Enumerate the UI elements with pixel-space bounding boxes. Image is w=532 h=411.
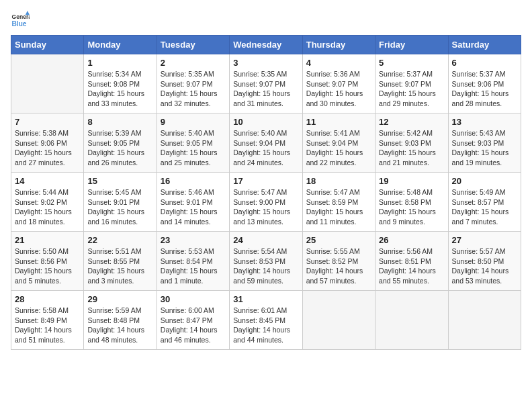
- day-info: Sunrise: 5:39 AM Sunset: 9:05 PM Dayligh…: [87, 128, 152, 168]
- day-info: Sunrise: 5:53 AM Sunset: 8:54 PM Dayligh…: [161, 246, 226, 286]
- day-number: 1: [87, 58, 152, 68]
- day-info: Sunrise: 6:00 AM Sunset: 8:47 PM Dayligh…: [161, 306, 226, 345]
- calendar-cell: 4Sunrise: 5:36 AM Sunset: 9:07 PM Daylig…: [302, 54, 375, 113]
- calendar-cell: 27Sunrise: 5:57 AM Sunset: 8:50 PM Dayli…: [448, 232, 521, 291]
- day-info: Sunrise: 5:54 AM Sunset: 8:53 PM Dayligh…: [233, 246, 298, 286]
- logo-icon: General Blue: [11, 11, 30, 30]
- day-number: 19: [379, 176, 444, 186]
- day-info: Sunrise: 5:44 AM Sunset: 9:02 PM Dayligh…: [15, 187, 80, 227]
- page-header: General Blue: [11, 11, 521, 30]
- week-row-1: 1Sunrise: 5:34 AM Sunset: 9:08 PM Daylig…: [11, 54, 521, 113]
- calendar-cell: 26Sunrise: 5:56 AM Sunset: 8:51 PM Dayli…: [375, 232, 448, 291]
- day-info: Sunrise: 6:01 AM Sunset: 8:45 PM Dayligh…: [233, 306, 298, 345]
- weekday-header-tuesday: Tuesday: [157, 36, 229, 54]
- day-info: Sunrise: 5:35 AM Sunset: 9:07 PM Dayligh…: [161, 69, 226, 109]
- day-info: Sunrise: 5:50 AM Sunset: 8:56 PM Dayligh…: [15, 246, 80, 286]
- calendar-cell: 16Sunrise: 5:46 AM Sunset: 9:01 PM Dayli…: [157, 173, 229, 232]
- day-number: 8: [87, 117, 152, 127]
- calendar-cell: 21Sunrise: 5:50 AM Sunset: 8:56 PM Dayli…: [11, 232, 84, 291]
- calendar-cell: 30Sunrise: 6:00 AM Sunset: 8:47 PM Dayli…: [157, 291, 229, 350]
- day-number: 23: [161, 235, 226, 245]
- day-info: Sunrise: 5:35 AM Sunset: 9:07 PM Dayligh…: [233, 69, 298, 109]
- weekday-header-row: SundayMondayTuesdayWednesdayThursdayFrid…: [11, 36, 521, 54]
- calendar-cell: 29Sunrise: 5:59 AM Sunset: 8:48 PM Dayli…: [84, 291, 157, 350]
- calendar-cell: 3Sunrise: 5:35 AM Sunset: 9:07 PM Daylig…: [230, 54, 302, 113]
- day-info: Sunrise: 5:46 AM Sunset: 9:01 PM Dayligh…: [161, 187, 226, 227]
- weekday-header-saturday: Saturday: [448, 36, 521, 54]
- day-number: 20: [452, 176, 517, 186]
- day-number: 7: [15, 117, 80, 127]
- day-info: Sunrise: 5:37 AM Sunset: 9:07 PM Dayligh…: [379, 69, 444, 109]
- weekday-header-wednesday: Wednesday: [230, 36, 302, 54]
- week-row-3: 14Sunrise: 5:44 AM Sunset: 9:02 PM Dayli…: [11, 173, 521, 232]
- day-number: 30: [161, 294, 226, 304]
- day-number: 17: [233, 176, 298, 186]
- calendar-cell: 5Sunrise: 5:37 AM Sunset: 9:07 PM Daylig…: [375, 54, 448, 113]
- day-number: 18: [306, 176, 371, 186]
- calendar-cell: 12Sunrise: 5:42 AM Sunset: 9:03 PM Dayli…: [375, 113, 448, 173]
- day-info: Sunrise: 5:38 AM Sunset: 9:06 PM Dayligh…: [15, 128, 80, 168]
- day-info: Sunrise: 5:40 AM Sunset: 9:04 PM Dayligh…: [233, 128, 298, 168]
- svg-text:Blue: Blue: [12, 20, 27, 28]
- calendar-cell: 15Sunrise: 5:45 AM Sunset: 9:01 PM Dayli…: [84, 173, 157, 232]
- day-info: Sunrise: 5:36 AM Sunset: 9:07 PM Dayligh…: [306, 69, 371, 109]
- day-number: 24: [233, 235, 298, 245]
- day-info: Sunrise: 5:59 AM Sunset: 8:48 PM Dayligh…: [87, 306, 152, 345]
- day-info: Sunrise: 5:34 AM Sunset: 9:08 PM Dayligh…: [87, 69, 152, 109]
- day-number: 16: [161, 176, 226, 186]
- calendar-table: SundayMondayTuesdayWednesdayThursdayFrid…: [11, 35, 521, 350]
- day-info: Sunrise: 5:55 AM Sunset: 8:52 PM Dayligh…: [306, 246, 371, 286]
- calendar-cell: 23Sunrise: 5:53 AM Sunset: 8:54 PM Dayli…: [157, 232, 229, 291]
- day-number: 31: [233, 294, 298, 304]
- weekday-header-thursday: Thursday: [302, 36, 375, 54]
- day-info: Sunrise: 5:47 AM Sunset: 9:00 PM Dayligh…: [233, 187, 298, 227]
- day-info: Sunrise: 5:56 AM Sunset: 8:51 PM Dayligh…: [379, 246, 444, 286]
- weekday-header-sunday: Sunday: [11, 36, 84, 54]
- day-number: 25: [306, 235, 371, 245]
- calendar-cell: 2Sunrise: 5:35 AM Sunset: 9:07 PM Daylig…: [157, 54, 229, 113]
- calendar-cell: 13Sunrise: 5:43 AM Sunset: 9:03 PM Dayli…: [448, 113, 521, 173]
- day-info: Sunrise: 5:42 AM Sunset: 9:03 PM Dayligh…: [379, 128, 444, 168]
- weekday-header-monday: Monday: [84, 36, 157, 54]
- calendar-cell: 28Sunrise: 5:58 AM Sunset: 8:49 PM Dayli…: [11, 291, 84, 350]
- calendar-cell: 18Sunrise: 5:47 AM Sunset: 8:59 PM Dayli…: [302, 173, 375, 232]
- day-number: 10: [233, 117, 298, 127]
- calendar-cell: 14Sunrise: 5:44 AM Sunset: 9:02 PM Dayli…: [11, 173, 84, 232]
- day-info: Sunrise: 5:49 AM Sunset: 8:57 PM Dayligh…: [452, 187, 517, 227]
- day-info: Sunrise: 5:41 AM Sunset: 9:04 PM Dayligh…: [306, 128, 371, 168]
- day-number: 2: [161, 58, 226, 68]
- day-info: Sunrise: 5:48 AM Sunset: 8:58 PM Dayligh…: [379, 187, 444, 227]
- calendar-cell: 7Sunrise: 5:38 AM Sunset: 9:06 PM Daylig…: [11, 113, 84, 173]
- day-number: 28: [15, 294, 80, 304]
- day-number: 5: [379, 58, 444, 68]
- calendar-cell: 9Sunrise: 5:40 AM Sunset: 9:05 PM Daylig…: [157, 113, 229, 173]
- calendar-cell: 22Sunrise: 5:51 AM Sunset: 8:55 PM Dayli…: [84, 232, 157, 291]
- calendar-cell: 8Sunrise: 5:39 AM Sunset: 9:05 PM Daylig…: [84, 113, 157, 173]
- weekday-header-friday: Friday: [375, 36, 448, 54]
- calendar-cell: 20Sunrise: 5:49 AM Sunset: 8:57 PM Dayli…: [448, 173, 521, 232]
- week-row-5: 28Sunrise: 5:58 AM Sunset: 8:49 PM Dayli…: [11, 291, 521, 350]
- day-info: Sunrise: 5:57 AM Sunset: 8:50 PM Dayligh…: [452, 246, 517, 286]
- calendar-cell: 19Sunrise: 5:48 AM Sunset: 8:58 PM Dayli…: [375, 173, 448, 232]
- day-number: 27: [452, 235, 517, 245]
- day-number: 6: [452, 58, 517, 68]
- day-info: Sunrise: 5:37 AM Sunset: 9:06 PM Dayligh…: [452, 69, 517, 109]
- calendar-cell: [375, 291, 448, 350]
- day-number: 9: [161, 117, 226, 127]
- week-row-4: 21Sunrise: 5:50 AM Sunset: 8:56 PM Dayli…: [11, 232, 521, 291]
- calendar-cell: 10Sunrise: 5:40 AM Sunset: 9:04 PM Dayli…: [230, 113, 302, 173]
- day-number: 13: [452, 117, 517, 127]
- day-info: Sunrise: 5:51 AM Sunset: 8:55 PM Dayligh…: [87, 246, 152, 286]
- calendar-cell: 1Sunrise: 5:34 AM Sunset: 9:08 PM Daylig…: [84, 54, 157, 113]
- calendar-cell: 17Sunrise: 5:47 AM Sunset: 9:00 PM Dayli…: [230, 173, 302, 232]
- day-info: Sunrise: 5:45 AM Sunset: 9:01 PM Dayligh…: [87, 187, 152, 227]
- calendar-cell: 6Sunrise: 5:37 AM Sunset: 9:06 PM Daylig…: [448, 54, 521, 113]
- day-number: 22: [87, 235, 152, 245]
- day-info: Sunrise: 5:47 AM Sunset: 8:59 PM Dayligh…: [306, 187, 371, 227]
- calendar-cell: [302, 291, 375, 350]
- day-number: 29: [87, 294, 152, 304]
- calendar-cell: 11Sunrise: 5:41 AM Sunset: 9:04 PM Dayli…: [302, 113, 375, 173]
- day-number: 14: [15, 176, 80, 186]
- calendar-cell: 31Sunrise: 6:01 AM Sunset: 8:45 PM Dayli…: [230, 291, 302, 350]
- day-info: Sunrise: 5:58 AM Sunset: 8:49 PM Dayligh…: [15, 306, 80, 345]
